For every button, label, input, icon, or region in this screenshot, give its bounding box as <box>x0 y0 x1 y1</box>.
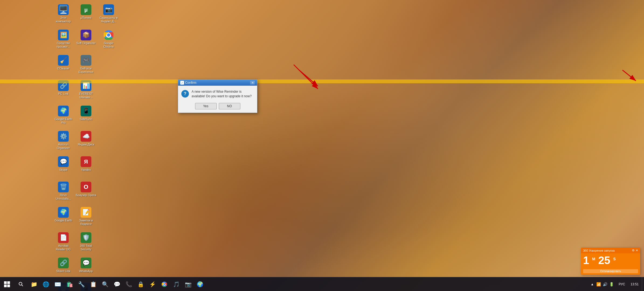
taskbar-icon-chat[interactable]: 💬 <box>111 277 123 291</box>
icon-empty-4 <box>98 129 119 154</box>
icon-google-earth-pro[interactable]: 🌍 Google Earth Pro <box>53 104 74 128</box>
svg-point-15 <box>164 283 165 285</box>
widget-360-time: 1 М 25 S <box>583 255 616 266</box>
taskbar: 📁 🌐 ✉️ 🛍️ 🔧 📋 🔍 💬 📞 🔒 ⚡ <box>0 277 644 291</box>
dialog-title-bar[interactable]: ✓ Confirm ✕ <box>178 80 257 86</box>
confirm-dialog: ✓ Confirm ✕ ? A new version of Wise Remi… <box>178 79 257 113</box>
icon-yandex-disk[interactable]: ☁️ ЯндексДиск <box>75 129 97 154</box>
icon-google-earth[interactable]: 🌍 Google Earth <box>53 205 74 230</box>
icon-label-share-link: Share Link <box>56 269 71 273</box>
taskbar-clock[interactable]: 13:51 <box>627 277 642 291</box>
icon-soft-organizer[interactable]: 📦 Soft Organizer <box>75 28 97 52</box>
dialog-yes-button[interactable]: Yes <box>195 103 217 109</box>
icon-label-google-earth-pro: Google Earth Pro <box>53 117 74 124</box>
taskbar-icon-lock[interactable]: 🔒 <box>135 277 147 291</box>
icon-acrobat[interactable]: 📄 Acrobat Reader DC <box>53 231 74 255</box>
taskbar-running-apps: 📁 🌐 ✉️ 🛍️ 🔧 📋 🔍 💬 📞 🔒 ⚡ <box>28 277 587 291</box>
widget-360-optimize-button[interactable]: Оптимизировать <box>583 269 638 273</box>
show-desktop-button[interactable] <box>642 277 644 291</box>
icon-empty-1 <box>98 53 119 78</box>
taskbar-icon-search2[interactable]: 🔍 <box>99 277 111 291</box>
icon-label-sidesync: SideSync <box>80 117 92 121</box>
svg-point-10 <box>19 282 22 285</box>
icon-label-acrobat: Acrobat Reader DC <box>53 244 74 251</box>
start-button[interactable] <box>0 277 14 291</box>
tray-battery[interactable]: 🔋 <box>609 282 614 287</box>
icon-everest[interactable]: 📊 EVEREST Ultimate... <box>75 79 97 103</box>
icon-ccleaner[interactable]: 🧹 CCleaner <box>53 53 74 78</box>
widget-360-footer: Оптимизировать <box>581 268 640 275</box>
icon-revo[interactable]: 🗑️ Revo Uninstalla... <box>53 180 74 204</box>
svg-line-11 <box>22 285 23 286</box>
icon-autorun[interactable]: ⚙️ Autorun Organizer <box>53 129 74 154</box>
icon-empty-9 <box>98 256 119 280</box>
taskbar-icon-phone[interactable]: 📞 <box>123 277 135 291</box>
icon-whatsapp[interactable]: 💬 WhatsApp <box>75 256 97 280</box>
search-icon <box>19 282 23 287</box>
desktop-icons-container: 🖥️ Этот компьютер μ μTorrent 📷 Скриншоты… <box>50 0 122 291</box>
icon-empty-8 <box>98 231 119 255</box>
widget-360-close-icon[interactable]: ✕ <box>636 249 638 252</box>
tray-volume[interactable]: 🔊 <box>603 282 608 287</box>
desktop: 🖥️ Этот компьютер μ μTorrent 📷 Скриншоты… <box>0 0 644 291</box>
icon-geforce[interactable]: 🎮 GeForce Experience <box>75 53 97 78</box>
dialog-question-icon: ? <box>181 90 189 98</box>
taskbar-icon-task[interactable]: 📋 <box>87 277 99 291</box>
widget-360[interactable]: 360 Ускорение запуска ⚙ ✕ 1 М 25 S Оптим… <box>581 248 640 275</box>
icon-viewer[interactable]: 🖼️ Средство просмот... <box>53 28 74 52</box>
taskbar-time: 13:51 <box>631 282 639 286</box>
icon-label-everest: EVEREST Ultimate... <box>76 92 96 99</box>
taskbar-icon-settings[interactable]: 🔧 <box>75 277 87 291</box>
widget-360-title: 360 Ускорение запуска ⚙ ✕ <box>581 248 640 253</box>
icon-label-viewer: Средство просмот... <box>53 41 74 48</box>
icon-utorrent[interactable]: μ μTorrent <box>75 3 97 27</box>
icon-label-utorrent: μTorrent <box>81 16 92 20</box>
icon-yandex[interactable]: Я Yandex <box>75 155 97 179</box>
tray-network[interactable]: 📶 <box>596 282 601 287</box>
taskbar-language[interactable]: РУС <box>617 282 627 286</box>
icon-label-pc-link: PC Link <box>58 92 69 96</box>
dialog-title-left: ✓ Confirm <box>180 81 196 85</box>
taskbar-icon-music[interactable]: 🎵 <box>170 277 182 291</box>
tray-icon-arrow[interactable]: ▲ <box>590 282 595 287</box>
widget-360-body: 1 М 25 S <box>581 253 640 268</box>
dialog-title-text: Confirm <box>185 81 196 85</box>
icon-zametki[interactable]: 📝 Заметки в Яндексе <box>75 205 97 230</box>
dialog-buttons: Yes NO <box>181 103 254 109</box>
widget-360-title-text: 360 Ускорение запуска <box>583 249 615 252</box>
icon-empty-2 <box>98 79 119 103</box>
dialog-message: A new version of Wise Reminder is availa… <box>192 89 254 99</box>
icon-label-screenshots: Скриншоты в Яндекс.Д... <box>98 16 119 23</box>
taskbar-icon-store[interactable]: 🛍️ <box>64 277 75 291</box>
icon-skype[interactable]: 💬 Skype <box>53 155 74 179</box>
icon-empty-5 <box>98 155 119 179</box>
icon-empty-6 <box>98 180 119 204</box>
icon-this-computer[interactable]: 🖥️ Этот компьютер <box>53 3 74 27</box>
icon-label-revo: Revo Uninstalla... <box>53 193 74 200</box>
icon-opera[interactable]: O Браузер Opera <box>75 180 97 204</box>
icon-360-security[interactable]: 🛡️ 360 Total Security <box>75 231 97 255</box>
dialog-close-button[interactable]: ✕ <box>250 81 255 85</box>
icon-google-chrome[interactable]: Google Chrome <box>98 28 119 52</box>
dialog-body: ? A new version of Wise Reminder is avai… <box>178 86 257 113</box>
widget-360-settings-icon[interactable]: ⚙ <box>632 249 635 252</box>
taskbar-icon-chrome[interactable] <box>158 277 170 291</box>
taskbar-icon-mail[interactable]: ✉️ <box>52 277 64 291</box>
dialog-content: ? A new version of Wise Reminder is avai… <box>181 89 254 99</box>
icon-pc-link[interactable]: 🔗 PC Link <box>53 79 74 103</box>
icon-label-skype: Skype <box>59 168 68 172</box>
icon-label-yandex-disk: ЯндексДиск <box>78 143 94 146</box>
taskbar-search-button[interactable] <box>14 277 28 291</box>
dialog-no-button[interactable]: NO <box>219 103 240 109</box>
icon-share-link[interactable]: 🔗 Share Link <box>53 256 74 280</box>
icon-label-google-earth: Google Earth <box>55 219 72 222</box>
taskbar-icon-earth[interactable]: 🌍 <box>194 277 206 291</box>
taskbar-icon-flash[interactable]: ⚡ <box>147 277 158 291</box>
icon-label-geforce: GeForce Experience <box>76 67 96 74</box>
taskbar-icon-edge[interactable]: 🌐 <box>40 277 52 291</box>
taskbar-icon-file-explorer[interactable]: 📁 <box>28 277 40 291</box>
icon-screenshots[interactable]: 📷 Скриншоты в Яндекс.Д... <box>98 3 119 27</box>
taskbar-icon-camera[interactable]: 📷 <box>182 277 194 291</box>
icon-sidesync[interactable]: 📱 SideSync <box>75 104 97 128</box>
dialog-check-icon: ✓ <box>180 81 184 85</box>
